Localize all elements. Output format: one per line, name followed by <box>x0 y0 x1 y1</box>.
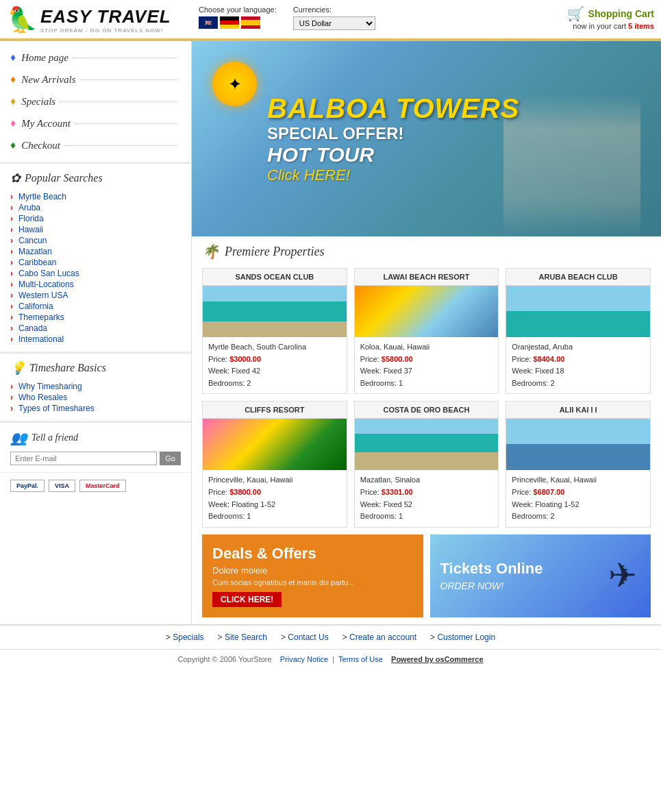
deals-button[interactable]: CLICK HERE! <box>212 592 282 607</box>
property-name-4: CLIFFS RESORT <box>203 402 347 419</box>
nav-my-account[interactable]: ♦ My Account <box>0 112 191 134</box>
property-img-6 <box>506 419 650 470</box>
copyright: Copyright © 2006 YourStore <box>177 655 271 663</box>
nav-specials-label: Specials <box>21 96 55 108</box>
banner-click[interactable]: Click HERE! <box>267 167 520 184</box>
property-details-2: Koloa, Kauai, Hawaii Price: $5800.00 Wee… <box>355 337 499 393</box>
footer-nav-specials[interactable]: > Specials <box>166 632 204 642</box>
nav-homepage[interactable]: ♦ Home page <box>0 47 191 69</box>
currency-select[interactable]: US Dollar <box>293 16 375 30</box>
property-card-5[interactable]: COSTA DE ORO BEACH Mazatlan, Sinaloa Pri… <box>354 401 499 527</box>
cart-title[interactable]: Shopping Cart <box>588 8 654 19</box>
property-name-3: ARUBA BEACH CLUB <box>506 269 650 286</box>
plane-icon: ✈ <box>608 556 637 595</box>
popular-searches: ✿ Popular Searches ›Myrtle Beach ›Aruba … <box>0 162 191 352</box>
checkout-icon: ♦ <box>10 139 16 151</box>
nav-checkout[interactable]: ♦ Checkout <box>0 134 191 156</box>
nav-checkout-label: Checkout <box>21 140 60 151</box>
search-link-canada[interactable]: ›Canada <box>10 323 181 334</box>
search-link-cabo[interactable]: ›Cabo San Lucas <box>10 268 181 279</box>
tell-friend-icon: 👥 <box>10 430 27 446</box>
property-name-2: LAWAI BEACH RESORT <box>355 269 499 286</box>
payment-logos: PayPal. VISA MasterCard <box>0 473 191 499</box>
timeshare-link-who[interactable]: ›Who Resales <box>10 392 181 403</box>
property-img-2 <box>355 286 499 337</box>
search-link-international[interactable]: ›International <box>10 334 181 345</box>
logo-sub: STOP DREAM - GO ON TRAVELS NOW! <box>40 27 171 34</box>
privacy-notice-link[interactable]: Privacy Notice <box>280 655 328 663</box>
language-flags: 🇬🇧 <box>199 16 277 29</box>
banner-title: BALBOA TOWERS <box>267 93 520 124</box>
property-details-3: Oranjestad, Aruba Price: $8404.00 Week: … <box>506 337 650 393</box>
search-link-florida[interactable]: ›Florida <box>10 213 181 224</box>
property-name-1: SANDS OCEAN CLUB <box>203 269 347 286</box>
flag-de[interactable] <box>220 16 239 29</box>
language-label: Choose your language: <box>199 5 277 14</box>
properties-title: 🌴 Premiere Properties <box>202 243 651 260</box>
deals-banner[interactable]: Deals & Offers Dolore moleie Cum socias … <box>202 534 423 617</box>
timeshare-link-why[interactable]: ›Why Timesharing <box>10 381 181 392</box>
property-card-1[interactable]: SANDS OCEAN CLUB Myrtle Beach, South Car… <box>202 268 347 394</box>
footer-nav-contact-us[interactable]: > Contact Us <box>281 632 329 642</box>
popular-icon: ✿ <box>10 171 21 186</box>
language-section: Choose your language: 🇬🇧 <box>199 5 277 29</box>
search-link-caribbean[interactable]: ›Caribbean <box>10 257 181 268</box>
parrot-icon: 🦜 <box>7 5 38 34</box>
logo-text[interactable]: EASY TRAVEL <box>40 6 171 27</box>
search-link-california[interactable]: ›California <box>10 301 181 312</box>
footer: Copyright © 2006 YourStore Privacy Notic… <box>0 649 661 669</box>
search-link-themeparks[interactable]: ›Themeparks <box>10 312 181 323</box>
property-card-4[interactable]: CLIFFS RESORT Princeville, Kauai, Hawaii… <box>202 401 347 527</box>
property-img-1 <box>203 286 347 337</box>
property-img-4 <box>203 419 347 470</box>
flag-uk[interactable]: 🇬🇧 <box>199 16 218 29</box>
search-link-cancun[interactable]: ›Cancun <box>10 235 181 246</box>
property-details-6: Princeville, Kauai, Hawaii Price: $6807.… <box>506 470 650 526</box>
banner-offer: SPECIAL OFFER! <box>267 124 520 143</box>
tickets-banner[interactable]: Tickets Online ORDER NOW! ✈ <box>430 534 651 617</box>
tell-friend-input[interactable] <box>10 452 157 465</box>
search-link-hawaii[interactable]: ›Hawaii <box>10 224 181 235</box>
search-link-myrtle-beach[interactable]: ›Myrtle Beach <box>10 191 181 202</box>
banner[interactable]: ✦ BALBOA TOWERS SPECIAL OFFER! HOT TOUR … <box>192 41 661 236</box>
deals-row: Deals & Offers Dolore moleie Cum socias … <box>202 534 651 617</box>
property-card-2[interactable]: LAWAI BEACH RESORT Koloa, Kauai, Hawaii … <box>354 268 499 394</box>
search-link-multi[interactable]: ›Multi-Locations <box>10 279 181 290</box>
logo-area: 🦜 EASY TRAVEL STOP DREAM - GO ON TRAVELS… <box>7 5 199 34</box>
property-img-5 <box>355 419 499 470</box>
nav-my-account-label: My Account <box>21 118 71 130</box>
properties-section: 🌴 Premiere Properties SANDS OCEAN CLUB M… <box>192 236 661 624</box>
new-arrivals-icon: ♦ <box>10 73 16 86</box>
deals-text: Cum socias ognatibus et manis dis partu.… <box>212 578 413 587</box>
properties-icon: 🌴 <box>202 243 219 260</box>
terms-of-use-link[interactable]: Terms of Use <box>338 655 383 663</box>
homepage-icon: ♦ <box>10 51 16 64</box>
nav-new-arrivals[interactable]: ♦ New Arrivals <box>0 69 191 90</box>
search-link-mazatlan[interactable]: ›Mazatlan <box>10 246 181 257</box>
main-layout: ♦ Home page ♦ New Arrivals ♦ Specials ♦ … <box>0 40 661 624</box>
search-link-aruba[interactable]: ›Aruba <box>10 202 181 213</box>
specials-icon: ♦ <box>10 95 16 108</box>
property-card-6[interactable]: ALII KAI I I Princeville, Kauai, Hawaii … <box>506 401 651 527</box>
header: 🦜 EASY TRAVEL STOP DREAM - GO ON TRAVELS… <box>0 0 661 40</box>
footer-nav-site-search[interactable]: > Site Search <box>218 632 267 642</box>
timeshare-link-types[interactable]: ›Types of Timeshares <box>10 403 181 414</box>
footer-nav-customer-login[interactable]: > Customer Login <box>430 632 495 642</box>
sidebar: ♦ Home page ♦ New Arrivals ♦ Specials ♦ … <box>0 41 192 624</box>
property-name-6: ALII KAI I I <box>506 402 650 419</box>
header-center: Choose your language: 🇬🇧 Currencies: US … <box>199 5 545 30</box>
nav-specials[interactable]: ♦ Specials <box>0 90 191 112</box>
timeshare-icon: 💡 <box>10 360 25 376</box>
nav-menu: ♦ Home page ♦ New Arrivals ♦ Specials ♦ … <box>0 41 191 162</box>
property-details-4: Princeville, Kauai, Hawaii Price: $3800.… <box>203 470 347 526</box>
footer-nav-create-account[interactable]: > Create an account <box>342 632 416 642</box>
powered-by-link[interactable]: Powered by osCommerce <box>391 655 484 663</box>
property-card-3[interactable]: ARUBA BEACH CLUB Oranjestad, Aruba Price… <box>506 268 651 394</box>
timeshare-title: 💡 Timeshare Basics <box>10 360 181 376</box>
footer-nav: > Specials > Site Search > Contact Us > … <box>0 624 661 649</box>
nav-dots-4 <box>75 123 177 124</box>
tell-friend-button[interactable]: Go <box>160 452 181 465</box>
flag-es[interactable] <box>241 16 260 29</box>
search-link-western[interactable]: ›Western USA <box>10 290 181 301</box>
nav-dots-2 <box>80 79 177 80</box>
